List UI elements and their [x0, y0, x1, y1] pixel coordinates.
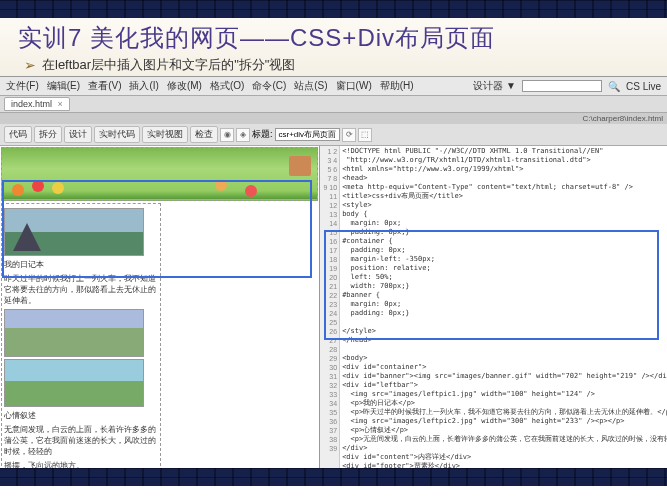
- mood-para2: 摇摆，飞向远的地方。: [4, 460, 158, 468]
- tab-index-html[interactable]: index.html ×: [4, 97, 70, 111]
- split-editor: 我的日记本 昨天过半的时候我打上一列火车，我不知道它将要去往的方向，那似路看上去…: [0, 146, 667, 468]
- menu-modify[interactable]: 修改(M): [167, 79, 202, 93]
- menu-file[interactable]: 文件(F): [6, 79, 39, 93]
- toolbar-icon-1[interactable]: ◉: [220, 128, 234, 142]
- mood-para1: 无意间发现，白云的上面，长着许许多多的蒲公英，它在我面前迷迷的长大，风吹过的时候…: [4, 424, 158, 457]
- slide-header: 实训7 美化我的网页——CSS+Div布局页面 ➢ 在leftbar层中插入图片…: [0, 18, 667, 76]
- leftpic3-image[interactable]: [4, 359, 144, 407]
- menu-commands[interactable]: 命令(C): [252, 79, 286, 93]
- code-view[interactable]: 1 2 3 4 5 6 7 8 9 10 11 12 13 14 15 16 1…: [320, 146, 667, 468]
- bullet-arrow-icon: ➢: [24, 57, 36, 73]
- slide-bullet-text: 在leftbar层中插入图片和文字后的"拆分"视图: [42, 56, 295, 74]
- dreamweaver-window: 文件(F) 编辑(E) 查看(V) 插入(I) 修改(M) 格式(O) 命令(C…: [0, 76, 667, 468]
- view-livecode-button[interactable]: 实时代码: [94, 126, 140, 143]
- menu-insert[interactable]: 插入(I): [129, 79, 158, 93]
- document-toolbar: 代码 拆分 设计 实时代码 实时视图 检查 ◉ ◈ 标题: csr+div布局页…: [0, 124, 667, 146]
- leftpic2-image[interactable]: [4, 309, 144, 357]
- designer-dropdown[interactable]: 设计器 ▼: [473, 79, 516, 93]
- menu-view[interactable]: 查看(V): [88, 79, 121, 93]
- decorative-top-border: [0, 0, 667, 18]
- menu-help[interactable]: 帮助(H): [380, 79, 414, 93]
- search-icon[interactable]: 🔍: [608, 81, 620, 92]
- slide-bullet-row: ➢ 在leftbar层中插入图片和文字后的"拆分"视图: [18, 56, 649, 74]
- page-title-input[interactable]: csr+div布局页面: [275, 128, 341, 141]
- title-label: 标题:: [252, 128, 273, 141]
- menu-window[interactable]: 窗口(W): [336, 79, 372, 93]
- banner-image[interactable]: [1, 147, 318, 201]
- cslive-button[interactable]: CS Live: [626, 81, 661, 92]
- diary-heading: 我的日记本: [4, 259, 158, 270]
- view-liveview-button[interactable]: 实时视图: [142, 126, 188, 143]
- view-design-button[interactable]: 设计: [64, 126, 92, 143]
- tab-close-icon[interactable]: ×: [58, 99, 63, 109]
- leftbar-div[interactable]: 我的日记本 昨天过半的时候我打上一列火车，我不知道它将要去往的方向，那似路看上去…: [1, 203, 161, 468]
- menu-bar: 文件(F) 编辑(E) 查看(V) 插入(I) 修改(M) 格式(O) 命令(C…: [0, 77, 667, 96]
- decorative-bottom-border: [0, 468, 667, 486]
- design-view[interactable]: 我的日记本 昨天过半的时候我打上一列火车，我不知道它将要去往的方向，那似路看上去…: [0, 146, 320, 468]
- leftpic1-image[interactable]: [4, 208, 144, 256]
- view-code-button[interactable]: 代码: [4, 126, 32, 143]
- diary-para: 昨天过半的时候我打上一列火车，我不知道它将要去往的方向，那似路看上去无休止的延伸…: [4, 273, 158, 306]
- view-split-button[interactable]: 拆分: [34, 126, 62, 143]
- line-numbers: 1 2 3 4 5 6 7 8 9 10 11 12 13 14 15 16 1…: [320, 146, 340, 468]
- refresh-icon[interactable]: ⟳: [342, 128, 356, 142]
- file-path-bar: C:\charper8\index.html: [0, 113, 667, 124]
- menu-edit[interactable]: 编辑(E): [47, 79, 80, 93]
- mood-heading: 心情叙述: [4, 410, 158, 421]
- toolbar-icon-3[interactable]: ⬚: [358, 128, 372, 142]
- tab-label: index.html: [11, 99, 52, 109]
- search-input[interactable]: [522, 80, 602, 92]
- slide-title: 实训7 美化我的网页——CSS+Div布局页面: [18, 22, 649, 54]
- menu-site[interactable]: 站点(S): [294, 79, 327, 93]
- source-code[interactable]: <!DOCTYPE html PUBLIC "-//W3C//DTD XHTML…: [340, 146, 667, 468]
- view-inspect-button[interactable]: 检查: [190, 126, 218, 143]
- document-tabs: index.html ×: [0, 96, 667, 113]
- menubar-right: 设计器 ▼ 🔍 CS Live: [473, 79, 661, 93]
- menu-format[interactable]: 格式(O): [210, 79, 244, 93]
- toolbar-icon-2[interactable]: ◈: [236, 128, 250, 142]
